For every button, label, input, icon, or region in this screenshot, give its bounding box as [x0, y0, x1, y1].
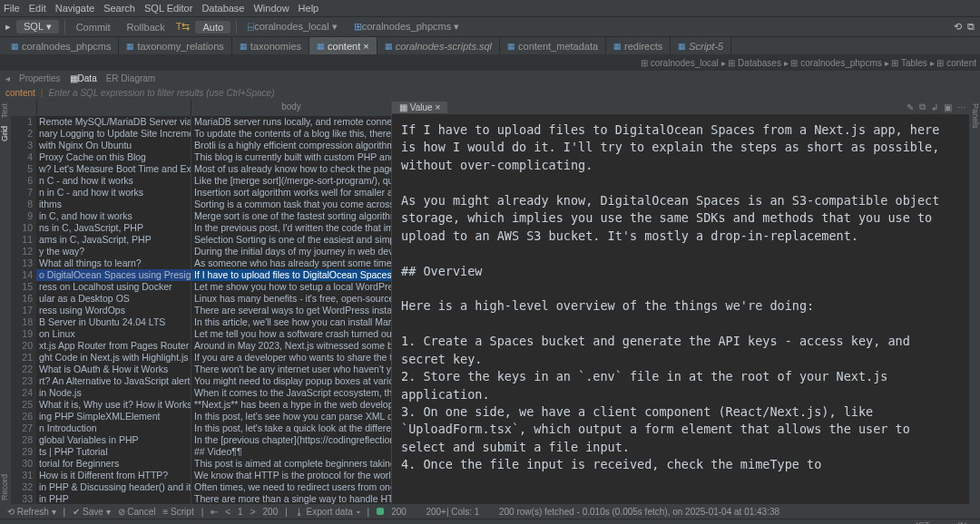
table-row[interactable]: 33in PHPThere are more than a single way… — [11, 493, 391, 504]
table-row[interactable]: 21ght Code in Next.js with Highlight.jsI… — [11, 352, 391, 364]
cell-body[interactable]: If I have to upload files to DigitalOcea… — [191, 269, 391, 281]
sql-dropdown[interactable]: SQL ▾ — [16, 20, 59, 34]
cell-title[interactable]: ing PHP SimpleXMLElement — [36, 411, 191, 422]
cell-title[interactable]: ular as a Desktop OS — [36, 293, 191, 305]
table-row[interactable]: 32in PHP & Discussing header() and itsOf… — [11, 481, 391, 493]
table-row[interactable]: 13What all things to learn?As someone wh… — [11, 257, 391, 269]
cell-body[interactable]: Most of us already know how to check the… — [191, 163, 391, 175]
value-toolbar-edit-icon[interactable]: ✎ — [904, 102, 916, 112]
cell-title[interactable]: n C - and how it works — [36, 175, 191, 187]
cell-body[interactable]: There are more than a single way to hand… — [191, 493, 391, 504]
cell-title[interactable]: with Nginx On Ubuntu — [36, 140, 191, 151]
cell-title[interactable]: on Linux — [36, 328, 191, 340]
cell-body[interactable]: To update the contents of a blog like th… — [191, 128, 391, 140]
file-tab[interactable]: ▦ taxonomy_relations — [119, 37, 231, 54]
table-row[interactable]: 11ams in C, JavaScript, PHPSelection Sor… — [11, 234, 391, 246]
cell-title[interactable]: n Introduction — [36, 422, 191, 434]
cell-body[interactable]: Like the [merge sort](/merge-sort-progra… — [191, 175, 391, 187]
file-tab[interactable]: ▦ redirects — [606, 37, 671, 54]
connection-1-dropdown[interactable]: ⌸ coralnodes_local ▾ — [242, 20, 343, 34]
table-row[interactable]: 17ress using WordOpsThere are several wa… — [11, 305, 391, 316]
table-row[interactable]: 28global Variables in PHPIn the [previou… — [11, 434, 391, 446]
table-row[interactable]: 19on LinuxLet me tell you how a software… — [11, 328, 391, 340]
back-icon[interactable]: ◂ — [5, 73, 10, 83]
cell-title[interactable]: in C, and how it works — [36, 210, 191, 222]
tab-data[interactable]: ▦ Data — [70, 73, 97, 83]
table-row[interactable]: 27n IntroductionIn this post, let's take… — [11, 422, 391, 434]
cell-body[interactable]: In the [previous chapter](https://coding… — [191, 434, 391, 446]
new-sql-icon[interactable]: ▸ — [5, 21, 11, 33]
pager-first[interactable]: ⇤ — [211, 507, 218, 517]
table-row[interactable]: 16ular as a Desktop OSLinux has many ben… — [11, 293, 391, 305]
menu-navigate[interactable]: Navigate — [55, 3, 94, 14]
commit-button[interactable]: Commit — [71, 21, 116, 34]
menu-window[interactable]: Window — [253, 3, 289, 14]
cell-body[interactable]: Merge sort is one of the fastest sorting… — [191, 210, 391, 222]
script-button[interactable]: ≡ Script — [162, 507, 193, 517]
cell-body[interactable]: Often times, we need to redirect users f… — [191, 481, 391, 493]
table-row[interactable]: 4Proxy Cache on this BlogThis blog is cu… — [11, 151, 391, 163]
table-row[interactable]: 24in Node.jsWhen it comes to the JavaScr… — [11, 387, 391, 399]
table-row[interactable]: 18B Server in Ubuntu 24.04 LTSIn this ar… — [11, 316, 391, 328]
cell-body[interactable]: In this post, let's take a quick look at… — [191, 422, 391, 434]
menu-edit[interactable]: Edit — [29, 3, 46, 14]
menu-file[interactable]: File — [4, 3, 20, 14]
cell-title[interactable]: How is it Different from HTTP? — [36, 470, 191, 481]
cell-body[interactable]: Linux has many benefits - it's free, ope… — [191, 293, 391, 305]
cell-body[interactable]: Selection Sorting is one of the easiest … — [191, 234, 391, 246]
side-tab-panels[interactable]: Panels — [969, 103, 980, 129]
table-row[interactable]: 12y the way?During the initial days of m… — [11, 246, 391, 257]
cell-title[interactable]: in PHP & Discussing header() and its — [36, 481, 191, 493]
table-row[interactable]: 22What is OAuth & How it WorksThere won'… — [11, 364, 391, 375]
cell-body[interactable]: Let me tell you how a software crash tur… — [191, 328, 391, 340]
cell-body[interactable]: There are several ways to get WordPress … — [191, 305, 391, 316]
cell-title[interactable]: ts | PHP Tutorial — [36, 446, 191, 458]
rollback-button[interactable]: Rollback — [122, 21, 171, 34]
side-tab-record[interactable]: Record — [0, 474, 11, 500]
crumb[interactable]: ⊞ content — [936, 58, 976, 68]
cell-title[interactable]: xt.js App Router from Pages Router — [36, 340, 191, 352]
col-body-header[interactable]: body — [191, 100, 391, 116]
sync-icon[interactable]: ⟲ — [954, 21, 962, 33]
cell-body[interactable]: In this post, let's see how you can pars… — [191, 411, 391, 422]
value-toolbar-wrap-icon[interactable]: ↲ — [928, 102, 941, 112]
cell-body[interactable]: ## Video¶¶ — [191, 446, 391, 458]
cell-title[interactable]: ams in C, JavaScript, PHP — [36, 234, 191, 246]
cell-title[interactable]: nary Logging to Update Site Incremen — [36, 128, 191, 140]
crumb[interactable]: ⊞ coralnodes_local — [641, 58, 719, 68]
file-tab[interactable]: ▦ coralnodes_phpcms — [4, 37, 119, 54]
cell-title[interactable]: w? Let's Measure Boot Time and Exec — [36, 163, 191, 175]
table-row[interactable]: 25What it is, Why use it? How it Works?*… — [11, 399, 391, 411]
cell-body[interactable]: When it comes to the JavaScript ecosyste… — [191, 387, 391, 399]
table-row[interactable]: 29ts | PHP Tutorial## Video¶¶ — [11, 446, 391, 458]
cell-body[interactable]: During the initial days of my journey in… — [191, 246, 391, 257]
table-row[interactable]: 1Remote MySQL/MariaDB Server via SSMaria… — [11, 116, 391, 128]
table-row[interactable]: 15ress on Localhost using DockerLet me s… — [11, 281, 391, 293]
cell-title[interactable]: Remote MySQL/MariaDB Server via SS — [36, 116, 191, 128]
cell-title[interactable]: ithms — [36, 199, 191, 210]
cell-title[interactable]: Proxy Cache on this Blog — [36, 151, 191, 163]
table-row[interactable]: 7n in C - and how it worksInsertion sort… — [11, 187, 391, 199]
cell-title[interactable]: in Node.js — [36, 387, 191, 399]
file-tab[interactable]: ▦ Script-5 — [671, 37, 731, 54]
cell-body[interactable]: There won't be any internet user who hav… — [191, 364, 391, 375]
cell-title[interactable]: What all things to learn? — [36, 257, 191, 269]
tx-mode-dropdown[interactable]: Auto — [195, 21, 230, 34]
breadcrumb[interactable]: ⊞ coralnodes_local ▸ ⊞ Databases ▸ ⊞ cor… — [641, 58, 976, 68]
cell-body[interactable]: Let me show you how to setup a local Wor… — [191, 281, 391, 293]
cell-title[interactable]: rt? An Alternative to JavaScript alert( — [36, 375, 191, 387]
cell-body[interactable]: We know that HTTP is the protocol for th… — [191, 470, 391, 481]
cell-body[interactable]: As someone who has already spent some ti… — [191, 257, 391, 269]
table-row[interactable]: 9in C, and how it worksMerge sort is one… — [11, 210, 391, 222]
menu-search[interactable]: Search — [103, 3, 135, 14]
file-tab[interactable]: ▦ content × — [309, 37, 377, 54]
pager-next[interactable]: > — [250, 507, 256, 517]
grid-body[interactable]: 1Remote MySQL/MariaDB Server via SSMaria… — [11, 116, 391, 504]
crumb[interactable]: ⊞ Databases — [728, 58, 781, 68]
menu-help[interactable]: Help — [299, 3, 319, 14]
side-tab-text[interactable]: Text — [0, 103, 11, 119]
cell-title[interactable]: B Server in Ubuntu 24.04 LTS — [36, 316, 191, 328]
cell-body[interactable]: Sorting is a common task that you come a… — [191, 199, 391, 210]
tab-properties[interactable]: Properties — [19, 73, 61, 83]
refresh-button[interactable]: ⟲ Refresh ▾ — [7, 507, 56, 517]
